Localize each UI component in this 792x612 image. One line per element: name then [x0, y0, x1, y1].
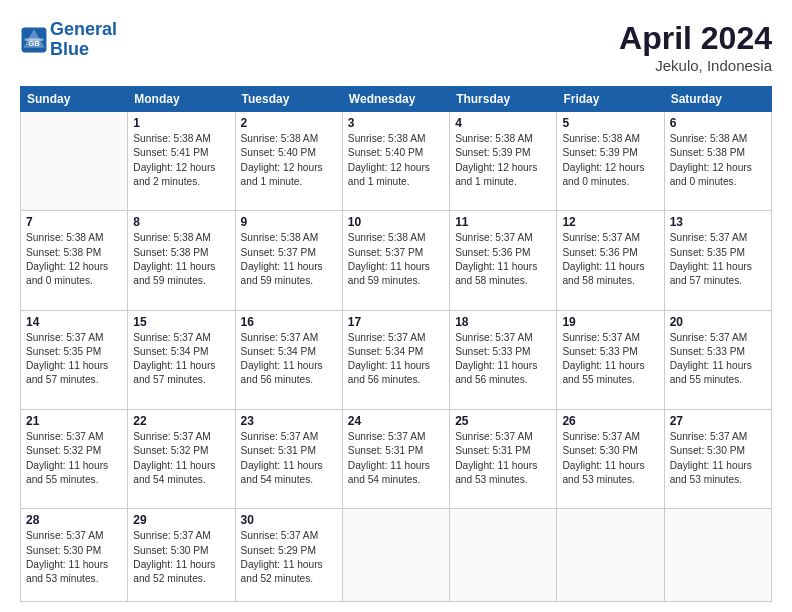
day-info: Sunrise: 5:37 AM Sunset: 5:32 PM Dayligh…: [26, 430, 122, 487]
day-number: 29: [133, 513, 229, 527]
calendar: SundayMondayTuesdayWednesdayThursdayFrid…: [20, 86, 772, 602]
day-info: Sunrise: 5:37 AM Sunset: 5:30 PM Dayligh…: [562, 430, 658, 487]
location: Jekulo, Indonesia: [619, 57, 772, 74]
weekday-header: Tuesday: [235, 87, 342, 112]
day-info: Sunrise: 5:37 AM Sunset: 5:36 PM Dayligh…: [455, 231, 551, 288]
day-number: 13: [670, 215, 766, 229]
day-info: Sunrise: 5:37 AM Sunset: 5:31 PM Dayligh…: [455, 430, 551, 487]
day-info: Sunrise: 5:37 AM Sunset: 5:34 PM Dayligh…: [133, 331, 229, 388]
day-info: Sunrise: 5:38 AM Sunset: 5:37 PM Dayligh…: [241, 231, 337, 288]
calendar-week-row: 21Sunrise: 5:37 AM Sunset: 5:32 PM Dayli…: [21, 409, 772, 508]
day-info: Sunrise: 5:37 AM Sunset: 5:33 PM Dayligh…: [455, 331, 551, 388]
weekday-header: Monday: [128, 87, 235, 112]
calendar-cell: 16Sunrise: 5:37 AM Sunset: 5:34 PM Dayli…: [235, 310, 342, 409]
day-info: Sunrise: 5:38 AM Sunset: 5:40 PM Dayligh…: [241, 132, 337, 189]
day-info: Sunrise: 5:37 AM Sunset: 5:30 PM Dayligh…: [133, 529, 229, 586]
calendar-cell: 20Sunrise: 5:37 AM Sunset: 5:33 PM Dayli…: [664, 310, 771, 409]
day-info: Sunrise: 5:38 AM Sunset: 5:38 PM Dayligh…: [26, 231, 122, 288]
weekday-header: Sunday: [21, 87, 128, 112]
day-info: Sunrise: 5:37 AM Sunset: 5:35 PM Dayligh…: [670, 231, 766, 288]
day-number: 25: [455, 414, 551, 428]
calendar-cell: 11Sunrise: 5:37 AM Sunset: 5:36 PM Dayli…: [450, 211, 557, 310]
day-number: 23: [241, 414, 337, 428]
calendar-cell: 30Sunrise: 5:37 AM Sunset: 5:29 PM Dayli…: [235, 509, 342, 602]
page: GB General Blue April 2024 Jekulo, Indon…: [0, 0, 792, 612]
day-info: Sunrise: 5:37 AM Sunset: 5:33 PM Dayligh…: [562, 331, 658, 388]
day-number: 17: [348, 315, 444, 329]
day-number: 7: [26, 215, 122, 229]
calendar-cell: 22Sunrise: 5:37 AM Sunset: 5:32 PM Dayli…: [128, 409, 235, 508]
day-number: 9: [241, 215, 337, 229]
day-number: 3: [348, 116, 444, 130]
day-info: Sunrise: 5:38 AM Sunset: 5:38 PM Dayligh…: [133, 231, 229, 288]
day-number: 24: [348, 414, 444, 428]
calendar-cell: 19Sunrise: 5:37 AM Sunset: 5:33 PM Dayli…: [557, 310, 664, 409]
calendar-cell: 25Sunrise: 5:37 AM Sunset: 5:31 PM Dayli…: [450, 409, 557, 508]
day-info: Sunrise: 5:38 AM Sunset: 5:37 PM Dayligh…: [348, 231, 444, 288]
calendar-cell: 3Sunrise: 5:38 AM Sunset: 5:40 PM Daylig…: [342, 112, 449, 211]
calendar-cell: 21Sunrise: 5:37 AM Sunset: 5:32 PM Dayli…: [21, 409, 128, 508]
calendar-cell: 27Sunrise: 5:37 AM Sunset: 5:30 PM Dayli…: [664, 409, 771, 508]
day-info: Sunrise: 5:37 AM Sunset: 5:31 PM Dayligh…: [348, 430, 444, 487]
day-number: 5: [562, 116, 658, 130]
day-info: Sunrise: 5:38 AM Sunset: 5:41 PM Dayligh…: [133, 132, 229, 189]
calendar-cell: 7Sunrise: 5:38 AM Sunset: 5:38 PM Daylig…: [21, 211, 128, 310]
general-blue-icon: GB: [20, 26, 48, 54]
calendar-cell: 6Sunrise: 5:38 AM Sunset: 5:38 PM Daylig…: [664, 112, 771, 211]
day-info: Sunrise: 5:37 AM Sunset: 5:34 PM Dayligh…: [241, 331, 337, 388]
day-info: Sunrise: 5:37 AM Sunset: 5:30 PM Dayligh…: [670, 430, 766, 487]
day-number: 28: [26, 513, 122, 527]
day-info: Sunrise: 5:37 AM Sunset: 5:29 PM Dayligh…: [241, 529, 337, 586]
calendar-cell: [342, 509, 449, 602]
day-info: Sunrise: 5:37 AM Sunset: 5:33 PM Dayligh…: [670, 331, 766, 388]
calendar-cell: 13Sunrise: 5:37 AM Sunset: 5:35 PM Dayli…: [664, 211, 771, 310]
calendar-cell: 23Sunrise: 5:37 AM Sunset: 5:31 PM Dayli…: [235, 409, 342, 508]
calendar-body: 1Sunrise: 5:38 AM Sunset: 5:41 PM Daylig…: [21, 112, 772, 602]
day-info: Sunrise: 5:37 AM Sunset: 5:32 PM Dayligh…: [133, 430, 229, 487]
day-number: 1: [133, 116, 229, 130]
day-info: Sunrise: 5:37 AM Sunset: 5:35 PM Dayligh…: [26, 331, 122, 388]
month-title: April 2024: [619, 20, 772, 57]
day-number: 12: [562, 215, 658, 229]
calendar-cell: 8Sunrise: 5:38 AM Sunset: 5:38 PM Daylig…: [128, 211, 235, 310]
day-number: 27: [670, 414, 766, 428]
weekday-header: Saturday: [664, 87, 771, 112]
calendar-cell: 26Sunrise: 5:37 AM Sunset: 5:30 PM Dayli…: [557, 409, 664, 508]
day-number: 18: [455, 315, 551, 329]
day-number: 19: [562, 315, 658, 329]
calendar-cell: [557, 509, 664, 602]
title-block: April 2024 Jekulo, Indonesia: [619, 20, 772, 74]
calendar-cell: 17Sunrise: 5:37 AM Sunset: 5:34 PM Dayli…: [342, 310, 449, 409]
day-info: Sunrise: 5:37 AM Sunset: 5:30 PM Dayligh…: [26, 529, 122, 586]
calendar-cell: 24Sunrise: 5:37 AM Sunset: 5:31 PM Dayli…: [342, 409, 449, 508]
day-info: Sunrise: 5:37 AM Sunset: 5:31 PM Dayligh…: [241, 430, 337, 487]
day-number: 21: [26, 414, 122, 428]
calendar-cell: 10Sunrise: 5:38 AM Sunset: 5:37 PM Dayli…: [342, 211, 449, 310]
calendar-cell: 2Sunrise: 5:38 AM Sunset: 5:40 PM Daylig…: [235, 112, 342, 211]
calendar-header-row: SundayMondayTuesdayWednesdayThursdayFrid…: [21, 87, 772, 112]
day-number: 10: [348, 215, 444, 229]
day-number: 2: [241, 116, 337, 130]
calendar-cell: [21, 112, 128, 211]
calendar-week-row: 7Sunrise: 5:38 AM Sunset: 5:38 PM Daylig…: [21, 211, 772, 310]
calendar-week-row: 1Sunrise: 5:38 AM Sunset: 5:41 PM Daylig…: [21, 112, 772, 211]
day-number: 20: [670, 315, 766, 329]
day-number: 6: [670, 116, 766, 130]
calendar-cell: 4Sunrise: 5:38 AM Sunset: 5:39 PM Daylig…: [450, 112, 557, 211]
logo-general: General: [50, 19, 117, 39]
logo: GB General Blue: [20, 20, 117, 60]
day-info: Sunrise: 5:38 AM Sunset: 5:39 PM Dayligh…: [455, 132, 551, 189]
day-number: 15: [133, 315, 229, 329]
calendar-cell: 1Sunrise: 5:38 AM Sunset: 5:41 PM Daylig…: [128, 112, 235, 211]
weekday-header: Friday: [557, 87, 664, 112]
day-info: Sunrise: 5:38 AM Sunset: 5:38 PM Dayligh…: [670, 132, 766, 189]
calendar-cell: 15Sunrise: 5:37 AM Sunset: 5:34 PM Dayli…: [128, 310, 235, 409]
calendar-week-row: 28Sunrise: 5:37 AM Sunset: 5:30 PM Dayli…: [21, 509, 772, 602]
day-number: 22: [133, 414, 229, 428]
day-number: 14: [26, 315, 122, 329]
calendar-cell: 9Sunrise: 5:38 AM Sunset: 5:37 PM Daylig…: [235, 211, 342, 310]
calendar-cell: [450, 509, 557, 602]
calendar-week-row: 14Sunrise: 5:37 AM Sunset: 5:35 PM Dayli…: [21, 310, 772, 409]
calendar-cell: 18Sunrise: 5:37 AM Sunset: 5:33 PM Dayli…: [450, 310, 557, 409]
calendar-cell: [664, 509, 771, 602]
